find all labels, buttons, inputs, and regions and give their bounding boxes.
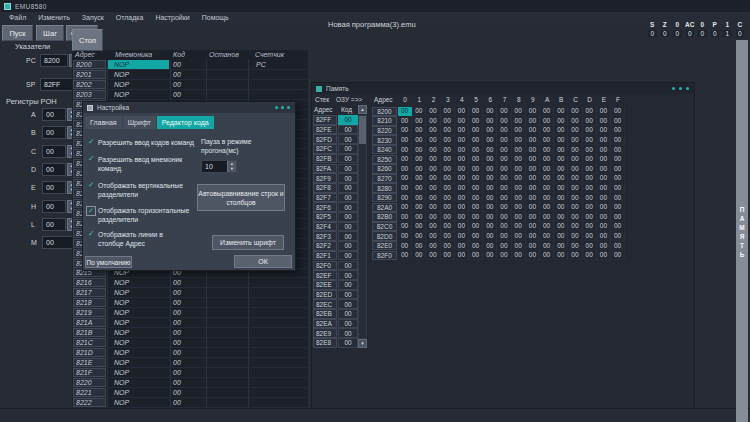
stack-addr-cell[interactable]: 82F8: [313, 183, 337, 193]
code-mnemonic-cell[interactable]: NOP: [108, 70, 169, 79]
code-breakpoint-cell[interactable]: [209, 388, 247, 397]
grid-cell[interactable]: 00: [568, 241, 582, 251]
grid-cell[interactable]: 00: [497, 116, 511, 126]
grid-cell[interactable]: 00: [426, 251, 440, 261]
grid-cell[interactable]: 00: [497, 164, 511, 174]
grid-cell[interactable]: 00: [611, 231, 625, 241]
grid-cell[interactable]: 00: [441, 212, 455, 222]
pause-spinner[interactable]: 10 ▴▾: [201, 160, 237, 173]
stack-value-cell[interactable]: 00: [338, 134, 358, 144]
grid-cell[interactable]: 00: [526, 174, 540, 184]
grid-cell[interactable]: 00: [512, 212, 526, 222]
grid-cell[interactable]: 00: [483, 164, 497, 174]
grid-cell[interactable]: 00: [455, 145, 469, 155]
grid-cell[interactable]: 00: [412, 193, 426, 203]
grid-cell[interactable]: 00: [469, 107, 483, 117]
grid-cell[interactable]: 00: [455, 183, 469, 193]
grid-cell[interactable]: 00: [568, 193, 582, 203]
grid-cell[interactable]: 00: [441, 222, 455, 232]
code-addr-cell[interactable]: 821D: [73, 348, 106, 357]
menu-item-4[interactable]: Отладка: [110, 12, 150, 23]
stack-addr-cell[interactable]: 82E8: [313, 338, 337, 348]
grid-cell[interactable]: 00: [398, 193, 412, 203]
grid-cell[interactable]: 00: [426, 174, 440, 184]
code-addr-cell[interactable]: 8200: [73, 60, 106, 69]
grid-cell[interactable]: 00: [512, 222, 526, 232]
grid-cell[interactable]: 00: [554, 183, 568, 193]
menu-item-3[interactable]: Запуск: [76, 12, 110, 23]
grid-cell[interactable]: 00: [540, 145, 554, 155]
grid-cell[interactable]: 00: [611, 251, 625, 261]
code-byte-cell[interactable]: 00: [173, 298, 181, 307]
grid-cell[interactable]: 00: [455, 107, 469, 117]
code-mnemonic-cell[interactable]: NOP: [108, 338, 169, 347]
grid-cell[interactable]: 00: [441, 251, 455, 261]
grid-cell[interactable]: 00: [540, 183, 554, 193]
code-byte-cell[interactable]: 00: [173, 388, 181, 397]
grid-cell[interactable]: 00: [441, 116, 455, 126]
grid-cell[interactable]: 00: [497, 203, 511, 213]
grid-cell[interactable]: 00: [526, 126, 540, 136]
grid-cell[interactable]: 00: [568, 222, 582, 232]
grid-cell[interactable]: 00: [426, 241, 440, 251]
grid-cell[interactable]: 00: [398, 155, 412, 165]
grid-cell[interactable]: 00: [512, 174, 526, 184]
stack-addr-cell[interactable]: 82E9: [313, 328, 337, 338]
stack-value-cell[interactable]: 00: [338, 222, 358, 232]
grid-cell[interactable]: 00: [597, 126, 611, 136]
grid-cell[interactable]: 00: [597, 212, 611, 222]
code-byte-cell[interactable]: 00: [173, 288, 181, 297]
grid-cell[interactable]: 00: [441, 164, 455, 174]
grid-cell[interactable]: 00: [540, 193, 554, 203]
grid-cell[interactable]: 00: [441, 183, 455, 193]
step-button[interactable]: Шаг: [36, 25, 64, 41]
checkbox-icon[interactable]: ✓: [88, 230, 95, 238]
stack-value-cell[interactable]: 00: [338, 319, 358, 329]
code-addr-cell[interactable]: 8222: [73, 398, 106, 407]
stack-addr-cell[interactable]: 82FA: [313, 164, 337, 174]
grid-cell[interactable]: 00: [512, 241, 526, 251]
menu-item-6[interactable]: Помощь: [196, 12, 235, 23]
code-byte-cell[interactable]: 00: [173, 358, 181, 367]
grid-cell[interactable]: 00: [426, 107, 440, 117]
grid-cell[interactable]: 00: [469, 135, 483, 145]
grid-cell[interactable]: 00: [455, 241, 469, 251]
grid-cell[interactable]: 00: [568, 212, 582, 222]
grid-cell[interactable]: 00: [398, 116, 412, 126]
ok-button[interactable]: ОК: [234, 255, 292, 268]
stack-addr-cell[interactable]: 82FD: [313, 134, 337, 144]
grid-cell[interactable]: 00: [455, 164, 469, 174]
stack-addr-cell[interactable]: 82FC: [313, 144, 337, 154]
grid-cell[interactable]: 00: [568, 116, 582, 126]
grid-cell[interactable]: 00: [469, 164, 483, 174]
grid-cell[interactable]: 00: [554, 222, 568, 232]
grid-cell[interactable]: 00: [611, 135, 625, 145]
grid-cell[interactable]: 00: [597, 183, 611, 193]
grid-cell[interactable]: 00: [540, 155, 554, 165]
grid-cell[interactable]: 00: [540, 241, 554, 251]
grid-cell[interactable]: 00: [497, 145, 511, 155]
grid-cell[interactable]: 00: [469, 126, 483, 136]
grid-cell[interactable]: 00: [583, 203, 597, 213]
grid-cell[interactable]: 00: [469, 212, 483, 222]
stack-addr-cell[interactable]: 82EC: [313, 299, 337, 309]
code-addr-cell[interactable]: 8216: [73, 278, 106, 287]
grid-cell[interactable]: 00: [512, 193, 526, 203]
stack-addr-cell[interactable]: 82F6: [313, 202, 337, 212]
grid-cell[interactable]: 00: [526, 212, 540, 222]
grid-cell[interactable]: 00: [441, 126, 455, 136]
stack-addr-cell[interactable]: 82F1: [313, 251, 337, 261]
code-breakpoint-cell[interactable]: [209, 378, 247, 387]
code-byte-cell[interactable]: 00: [173, 378, 181, 387]
grid-cell[interactable]: 00: [455, 231, 469, 241]
grid-cell[interactable]: 00: [597, 116, 611, 126]
grid-cell[interactable]: 00: [455, 212, 469, 222]
grid-cell[interactable]: 00: [455, 203, 469, 213]
grid-cell[interactable]: 00: [398, 251, 412, 261]
grid-cell[interactable]: 00: [611, 241, 625, 251]
grid-cell[interactable]: 00: [441, 231, 455, 241]
grid-cell[interactable]: 00: [554, 212, 568, 222]
grid-cell[interactable]: 00: [526, 222, 540, 232]
grid-cell[interactable]: 00: [611, 193, 625, 203]
grid-cell[interactable]: 00: [483, 145, 497, 155]
